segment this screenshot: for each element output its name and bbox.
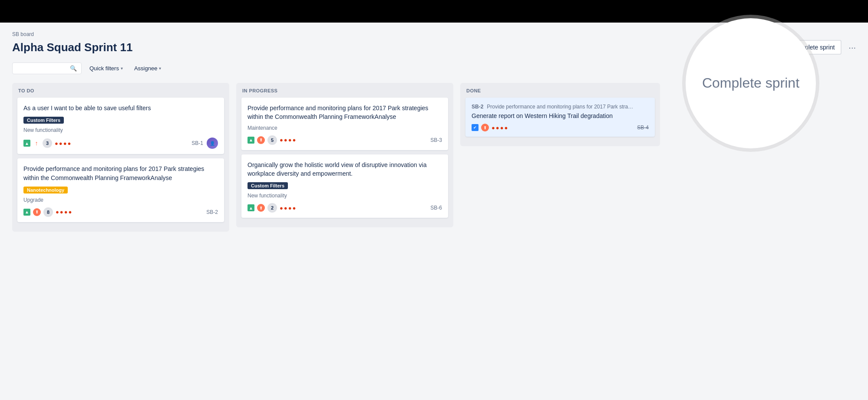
dots-icon: ●●●● [55, 140, 72, 147]
done-card-id: SB-4 [637, 125, 649, 131]
page-title: Alpha Squad Sprint 11 [12, 41, 132, 54]
quick-filters-label: Quick filters [89, 65, 119, 72]
story-icon: ▲ [23, 209, 30, 216]
chevron-down-icon: ▾ [121, 66, 123, 71]
story-points-sb6: 2 [267, 203, 277, 213]
search-input-wrap[interactable]: 🔍 [12, 62, 82, 74]
dots-icon: ●●●● [492, 125, 508, 131]
card-id-sb3: SB-3 [430, 137, 442, 143]
column-inprogress-header: IN PROGRESS [241, 88, 448, 93]
card-sb6-title: Organically grow the holistic world view… [248, 161, 442, 178]
done-small-id: SB-2 [472, 104, 483, 110]
card-sb6-label: Custom Filters [248, 182, 288, 189]
card-sb2-meta: ▲ ⬆ 8 ●●●● [23, 207, 73, 217]
done-card-header: SB-2 Provide performance and monitoring … [472, 104, 649, 110]
card-sb2-footer: ▲ ⬆ 8 ●●●● SB-2 [23, 207, 218, 217]
card-sb1-label: Custom Filters [23, 117, 64, 124]
assignee-filter-button[interactable]: Assignee ▾ [131, 62, 165, 74]
filters-row: 🔍 Quick filters ▾ Assignee ▾ [12, 62, 856, 74]
more-options-icon[interactable]: ··· [848, 43, 856, 52]
clock-icon: 🕐 [751, 43, 759, 51]
card-sb2-label: Nanotechnology [23, 187, 68, 193]
story-points: 3 [43, 138, 52, 148]
star-icon[interactable]: ☆ [737, 43, 744, 52]
card-sb6-meta: ▲ ⬆ 2 ●●●● [248, 203, 297, 213]
breadcrumb: SB board [12, 31, 856, 37]
card-sb6[interactable]: Organically grow the holistic world view… [241, 154, 448, 218]
priority-icon: ⬆ [481, 124, 489, 131]
card-sb3-footer: ▲ ⬆ 5 ●●●● SB-3 [248, 135, 442, 145]
dots-icon: ●●●● [280, 137, 297, 143]
card-sb1[interactable]: As a user I want to be able to save usef… [17, 98, 224, 154]
priority-double-up-icon: ⬆ [33, 208, 41, 216]
column-done-header: DONE [465, 88, 655, 93]
search-input[interactable] [17, 65, 67, 72]
days-value: 0 days [762, 44, 778, 51]
card-sb1-title: As a user I want to be able to save usef… [23, 104, 218, 112]
priority-high-icon: ↑ [33, 140, 40, 147]
avatar-sb1: 👤 [207, 138, 218, 149]
priority-icon: ⬆ [257, 136, 265, 144]
done-card-meta: ✔ ⬆ ●●●● [472, 124, 508, 131]
story-points-sb2: 8 [43, 207, 53, 217]
chevron-down-icon: ▾ [159, 66, 161, 71]
card-sb6-category: New functionality [248, 193, 442, 199]
card-id-sb1: SB-1 [191, 140, 203, 146]
card-sb1-footer: ▲ ↑ 3 ●●●● SB-1 👤 [23, 138, 218, 149]
assignee-label: Assignee [134, 65, 157, 72]
card-sb1-category: New functionality [23, 127, 218, 133]
search-icon: 🔍 [70, 65, 77, 72]
card-sb6-footer: ▲ ⬆ 2 ●●●● SB-6 [248, 203, 442, 213]
column-inprogress: IN PROGRESS Provide performance and moni… [236, 83, 453, 227]
header-actions: ☆ 🕐 0 days Complete sprint ··· [737, 40, 856, 55]
card-sb2-category: Upgrade [23, 197, 218, 203]
days-badge: 🕐 0 days [751, 43, 778, 51]
dots-icon: ●●●● [280, 205, 297, 211]
done-story-icon: ✔ [472, 124, 479, 131]
card-sb2-title: Provide performance and monitoring plans… [23, 164, 218, 182]
column-todo-header: TO DO [17, 88, 224, 93]
card-sb3-title: Provide performance and monitoring plans… [248, 104, 442, 121]
card-sb1-meta: ▲ ↑ 3 ●●●● [23, 138, 72, 148]
card-id-sb6: SB-6 [430, 205, 442, 211]
story-icon: ▲ [23, 140, 30, 147]
story-points-sb3: 5 [267, 135, 277, 145]
card-sb3-meta: ▲ ⬆ 5 ●●●● [248, 135, 297, 145]
done-small-title: Provide performance and monitoring plans… [487, 104, 634, 110]
priority-icon: ⬆ [257, 204, 265, 212]
card-sb2[interactable]: Provide performance and monitoring plans… [17, 158, 224, 222]
done-card-footer: ✔ ⬆ ●●●● SB-4 [472, 124, 649, 131]
card-sb3-category: Maintenance [248, 125, 442, 131]
quick-filters-button[interactable]: Quick filters ▾ [86, 62, 126, 74]
dots-icon: ●●●● [56, 209, 73, 215]
column-done: DONE SB-2 Provide performance and monito… [460, 83, 660, 146]
header-row: Alpha Squad Sprint 11 ☆ 🕐 0 days Complet… [12, 40, 856, 55]
done-main-title: Generate report on Western Hiking Trail … [472, 111, 649, 120]
top-bar [0, 0, 868, 23]
column-todo: TO DO As a user I want to be able to sav… [12, 83, 229, 232]
card-done-1[interactable]: SB-2 Provide performance and monitoring … [465, 98, 655, 137]
complete-sprint-button[interactable]: Complete sprint [785, 40, 842, 55]
card-id-sb2: SB-2 [206, 209, 218, 215]
story-icon: ▲ [248, 137, 254, 144]
card-sb3[interactable]: Provide performance and monitoring plans… [241, 98, 448, 150]
story-icon: ▲ [248, 204, 254, 211]
board: TO DO As a user I want to be able to sav… [12, 83, 856, 232]
